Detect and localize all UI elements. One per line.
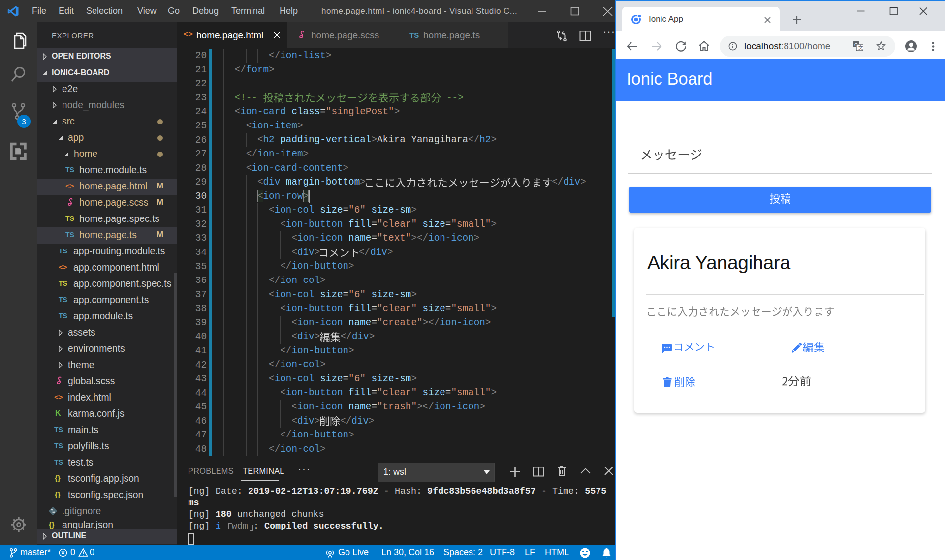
svg-text:文: 文 — [858, 45, 863, 50]
